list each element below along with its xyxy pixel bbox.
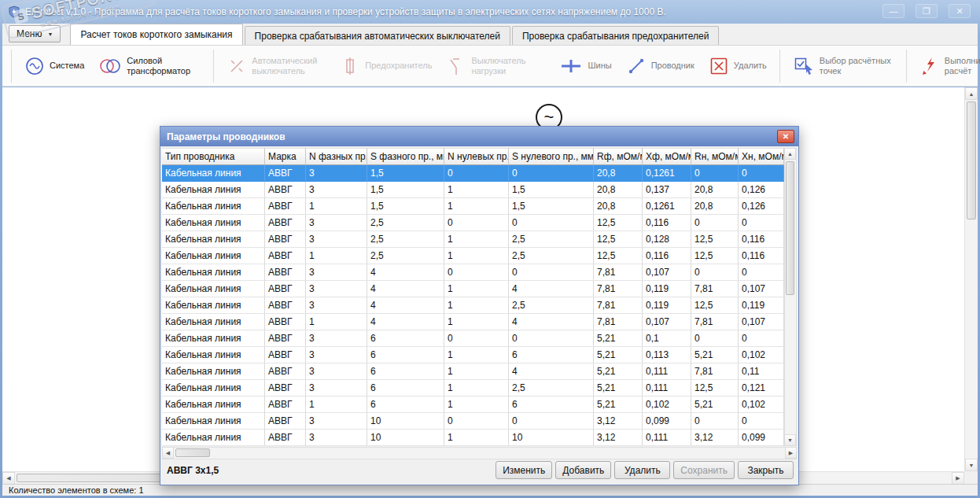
table-cell: 20,8 [691, 198, 739, 215]
table-cell: Кабельная линия [162, 297, 265, 314]
tab-short-circuit-calculation[interactable]: Расчет токов короткого замыкания [70, 24, 242, 45]
table-cell: 0,111 [643, 380, 691, 397]
table-cell: 6 [367, 380, 444, 397]
menu-button[interactable]: Меню ▼ [9, 25, 61, 42]
table-cell: 4 [367, 264, 444, 281]
table-row[interactable]: Кабельная линияАВВГ34147,810,1197,810,10… [162, 281, 784, 297]
table-row[interactable]: Кабельная линияАВВГ16165,210,1025,210,10… [162, 397, 784, 413]
dialog-title: Параметры проводников [167, 131, 286, 142]
table-row[interactable]: Кабельная линияАВВГ32,512,512,50,12812,5… [162, 231, 784, 248]
table-row[interactable]: Кабельная линияАВВГ3612,55,210,11112,50,… [162, 380, 784, 397]
delete-button[interactable]: Удалить [614, 461, 670, 479]
table-cell: 1,5 [509, 182, 594, 198]
table-cell: 10 [509, 430, 594, 446]
table-vertical-scrollbar[interactable]: ▲ ▼ [784, 148, 797, 446]
column-header[interactable]: S фазного пр., мм² [367, 148, 444, 165]
column-header[interactable]: N нулевых пр. [444, 148, 509, 165]
table-cell: 3 [306, 182, 367, 198]
tab-breaker-check[interactable]: Проверка срабатывания автоматических вык… [245, 26, 510, 45]
table-cell: 7,81 [691, 281, 739, 297]
table-cell: 0,1261 [643, 165, 691, 182]
table-row[interactable]: Кабельная линияАВВГ34007,810,10700 [162, 264, 784, 281]
table-row[interactable]: Кабельная линияАВВГ36165,210,1135,210,10… [162, 347, 784, 363]
table-cell: 0,119 [643, 297, 691, 314]
table-row[interactable]: Кабельная линияАВВГ32,50012,50,11600 [162, 215, 784, 231]
table-cell: 0,116 [643, 248, 691, 264]
table-cell: Кабельная линия [162, 380, 265, 397]
table-cell: 3 [306, 330, 367, 347]
toolbar-button-buses[interactable]: Шины [552, 53, 618, 79]
edit-button[interactable]: Изменить [496, 461, 552, 479]
table-cell: 2,5 [509, 297, 594, 314]
table-cell: 0 [739, 165, 784, 182]
scrollbar-thumb[interactable] [175, 448, 210, 457]
column-header[interactable]: Rф, мОм/м [594, 148, 643, 165]
column-header[interactable]: N фазных пр. [306, 148, 367, 165]
table-cell: АВВГ [265, 397, 306, 413]
minimize-button[interactable]: — [882, 4, 904, 18]
scroll-left-icon[interactable]: ◀ [2, 472, 15, 485]
table-cell: 20,8 [594, 198, 643, 215]
table-row[interactable]: Кабельная линияАВВГ31,50020,80,126100 [162, 165, 784, 182]
toolbar-button-delete[interactable]: Удалить [702, 53, 774, 79]
toolbar-button-system[interactable]: Система [17, 53, 91, 79]
table-row[interactable]: Кабельная линияАВВГ3101103,120,1113,120,… [162, 430, 784, 446]
table-cell: 0,119 [739, 297, 784, 314]
table-row[interactable]: Кабельная линияАВВГ14147,810,1077,810,10… [162, 314, 784, 330]
table-row[interactable]: Кабельная линияАВВГ11,511,520,80,126120,… [162, 198, 784, 215]
toolbar: Система Силовой трансформатор Автоматиче… [2, 46, 978, 87]
menu-button-label: Меню [17, 28, 42, 39]
toolbar-button-power-transformer[interactable]: Силовой трансформатор [91, 53, 208, 79]
table-cell: АВВГ [265, 198, 306, 215]
table-cell: Кабельная линия [162, 330, 265, 347]
table-cell: 12,5 [594, 248, 643, 264]
scroll-down-icon[interactable]: ▼ [784, 434, 796, 446]
scroll-up-icon[interactable]: ▲ [965, 87, 978, 100]
dialog-titlebar[interactable]: Параметры проводников ✕ [160, 127, 798, 146]
table-row[interactable]: Кабельная линияАВВГ3412,57,810,11912,50,… [162, 297, 784, 314]
chevron-down-icon: ▼ [47, 31, 53, 37]
close-button[interactable]: ✕ [949, 4, 971, 18]
table-row[interactable]: Кабельная линияАВВГ36005,210,100 [162, 330, 784, 347]
close-dialog-button[interactable]: Закрыть [738, 461, 794, 479]
scrollbar-thumb[interactable] [786, 161, 794, 295]
bus-icon [559, 56, 583, 76]
table-row[interactable]: Кабельная линияАВВГ12,512,512,50,11612,5… [162, 248, 784, 264]
table-cell: АВВГ [265, 314, 306, 330]
column-header[interactable]: S нулевого пр., мм² [509, 148, 594, 165]
column-header[interactable]: Марка [265, 148, 306, 165]
column-header[interactable]: Тип проводника [162, 148, 265, 165]
table-cell: 5,21 [691, 347, 739, 363]
scroll-right-icon[interactable]: ▶ [952, 472, 964, 485]
toolbar-button-conductor[interactable]: Проводник [619, 53, 702, 79]
scroll-up-icon[interactable]: ▲ [784, 148, 796, 160]
table-row[interactable]: Кабельная линияАВВГ31,511,520,80,13720,8… [162, 182, 784, 198]
table-cell: 0 [739, 330, 784, 347]
add-button[interactable]: Добавить [555, 461, 611, 479]
column-header[interactable]: Rн, мОм/м [691, 148, 739, 165]
table-cell: 4 [367, 314, 444, 330]
table-horizontal-scrollbar[interactable]: ◀ ▶ [162, 447, 797, 459]
table-cell: 0 [509, 264, 594, 281]
scroll-down-icon[interactable]: ▼ [965, 459, 978, 471]
dialog-close-button[interactable]: ✕ [777, 130, 794, 143]
table-cell: 0,099 [643, 413, 691, 430]
maximize-button[interactable]: ❐ [916, 4, 938, 18]
toolbar-button-select-calc-points[interactable]: Выбор расчётных точек [786, 53, 901, 79]
scroll-left-icon[interactable]: ◀ [162, 447, 174, 459]
table-cell: 0 [691, 165, 739, 182]
table-cell: 0,107 [643, 314, 691, 330]
column-header[interactable]: Xн, мОм/м [739, 148, 784, 165]
save-button: Сохранить [673, 461, 735, 479]
table-row[interactable]: Кабельная линияАВВГ310003,120,09900 [162, 413, 784, 430]
table-cell: 1,5 [367, 198, 444, 215]
tab-fuse-check[interactable]: Проверка срабатывания предохранителей [512, 26, 719, 45]
column-header[interactable]: Xф, мОм/м [643, 148, 691, 165]
toolbar-button-run-calculation[interactable]: Выполнить расчёт [912, 53, 980, 79]
canvas-vertical-scrollbar[interactable]: ▲ ▼ [964, 87, 978, 471]
scroll-right-icon[interactable]: ▶ [785, 447, 797, 459]
table-row[interactable]: Кабельная линияАВВГ36145,210,1117,810,11 [162, 363, 784, 380]
scrollbar-thumb[interactable] [967, 101, 976, 219]
table-cell: Кабельная линия [162, 231, 265, 248]
table-cell: 0 [691, 215, 739, 231]
